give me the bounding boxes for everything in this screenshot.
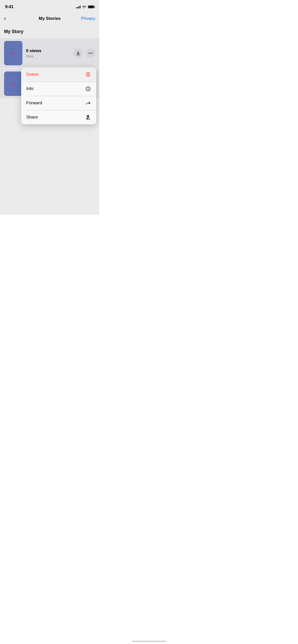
section-title: My Story — [4, 29, 23, 34]
battery-icon — [88, 5, 94, 8]
share-label: Share — [26, 115, 38, 120]
context-menu-info[interactable]: Info — [21, 82, 96, 96]
section-header: My Story — [0, 26, 99, 36]
story-thumbnail-text-2: HI — [12, 82, 15, 85]
info-label: Info — [26, 86, 33, 91]
context-menu-forward[interactable]: Forward — [21, 96, 96, 110]
signal-icon — [76, 5, 80, 8]
wifi-icon — [82, 5, 86, 9]
story-thumbnail-2[interactable]: HI — [4, 71, 22, 96]
download-button[interactable] — [73, 48, 83, 58]
svg-point-1 — [90, 53, 91, 53]
forward-label: Forward — [26, 100, 42, 106]
svg-point-2 — [91, 53, 92, 53]
context-menu-share[interactable]: Share — [21, 110, 96, 124]
svg-point-0 — [89, 53, 89, 53]
story-time-1: Now — [26, 54, 70, 58]
story-thumbnail-text: HI — [12, 52, 15, 55]
story-item: HI 0 views Now — [0, 38, 99, 68]
story-actions-1 — [73, 48, 95, 58]
story-info-1: 0 views Now — [26, 48, 70, 58]
download-icon — [76, 51, 81, 56]
nav-bar: ‹ My Stories Privacy — [0, 12, 99, 26]
trash-icon — [85, 71, 91, 78]
context-menu-delete[interactable]: Delete — [21, 67, 96, 82]
status-bar: 9:41 — [0, 0, 99, 12]
back-button[interactable]: ‹ — [4, 14, 8, 23]
story-views-1: 0 views — [26, 48, 70, 53]
page-title: My Stories — [39, 16, 61, 21]
status-icons — [76, 5, 94, 9]
context-menu: Delete Info Forward — [21, 67, 96, 124]
privacy-button[interactable]: Privacy — [81, 16, 95, 21]
more-icon — [88, 51, 93, 56]
more-button[interactable] — [86, 48, 95, 58]
story-thumbnail-1[interactable]: HI — [4, 41, 22, 65]
share-icon — [85, 114, 91, 120]
status-time: 9:41 — [5, 4, 13, 9]
info-icon — [85, 86, 91, 92]
forward-icon — [85, 100, 91, 106]
delete-label: Delete — [26, 72, 39, 77]
